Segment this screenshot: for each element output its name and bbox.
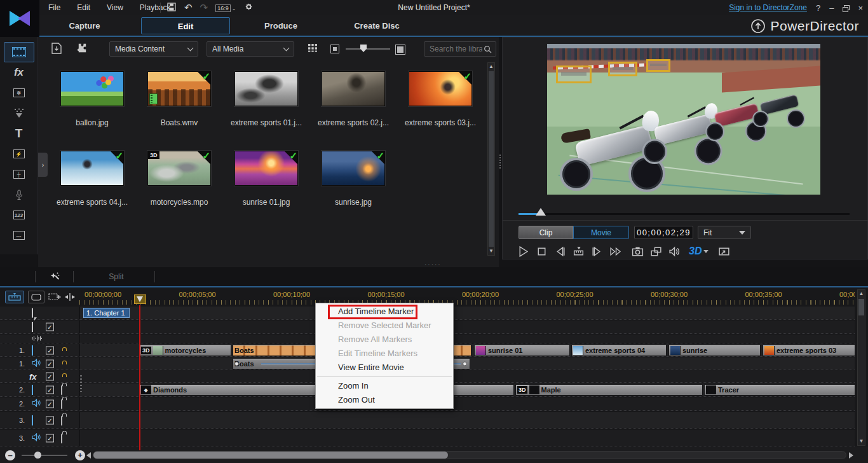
fix-enhance-wand-icon[interactable] (48, 270, 61, 285)
timeline-clip[interactable]: Tracer (704, 384, 855, 396)
zoom-in-button[interactable]: + (75, 450, 85, 460)
menu-item-zoom-in[interactable]: Zoom In (316, 379, 453, 393)
sidebar-item-media-room[interactable] (4, 42, 34, 62)
step-seek-button[interactable] (572, 245, 585, 258)
content-type-dropdown[interactable]: Media Content (109, 41, 198, 57)
media-thumbnail[interactable]: 3D✓ (147, 151, 211, 186)
settings-gear-icon[interactable] (243, 1, 254, 14)
menu-item-view-entire-movie[interactable]: View Entire Movie (316, 361, 453, 375)
media-thumbnail[interactable]: ✓ (409, 71, 472, 106)
scroll-down-icon[interactable]: ▼ (488, 247, 494, 255)
track-enable-checkbox[interactable]: ✓ (46, 400, 54, 408)
zoom-out-button[interactable]: – (5, 450, 15, 460)
undo-icon[interactable]: ↶ (184, 3, 193, 13)
volume-speaker-icon[interactable] (668, 245, 681, 258)
storyboard-view-button[interactable] (28, 291, 44, 303)
scroll-up-icon[interactable]: ▲ (858, 290, 865, 298)
menu-edit[interactable]: Edit (77, 3, 90, 12)
timeline-hscrollbar-thumb[interactable] (93, 452, 448, 459)
track-header-chapter[interactable] (0, 307, 79, 319)
close-button[interactable]: × (858, 4, 863, 12)
timeline-vscrollbar[interactable]: ▲ ▼ (857, 289, 865, 446)
search-input[interactable] (428, 44, 484, 54)
library-scrollbar[interactable]: ▲ ▼ (487, 62, 495, 256)
seek-handle[interactable] (536, 208, 546, 216)
tab-produce[interactable]: Produce (238, 17, 324, 34)
playhead-line[interactable] (139, 305, 140, 450)
track-content-audio1[interactable]: Boats (79, 357, 855, 370)
minimize-button[interactable]: – (829, 4, 834, 12)
track-content-video2[interactable]: ◆Diamonds3DMapleTracer (79, 384, 855, 396)
sidebar-item-particle-room[interactable] (4, 103, 34, 123)
save-icon[interactable] (166, 2, 177, 14)
media-item[interactable]: ✓Boats.wmv (147, 71, 211, 106)
timecode-display[interactable]: 00;00;02;29 (634, 226, 693, 239)
undock-preview-icon[interactable] (649, 245, 663, 258)
scroll-up-icon[interactable]: ▲ (488, 63, 494, 71)
tab-edit[interactable]: Edit (141, 17, 230, 34)
clip-handle[interactable] (234, 362, 239, 366)
scroll-right-icon[interactable] (849, 452, 853, 459)
subtitle-track-checkbox[interactable]: ✓ (46, 323, 54, 331)
track-header-audio3[interactable]: 3.✓ (0, 430, 79, 446)
grid-view-icon[interactable] (308, 43, 318, 55)
sidebar-item-pip-objects-room[interactable]: ✲ (4, 83, 34, 103)
tab-create-disc[interactable]: Create Disc (329, 17, 424, 34)
track-header-subtitle[interactable]: ✓ (0, 321, 79, 333)
media-item[interactable]: ✓sunrise.jpg (322, 151, 385, 186)
timeline-ruler[interactable]: 00;00;00;0000;00;05;0000;00;10;0000;00;1… (79, 289, 855, 305)
panel-resize-dots[interactable]: ····· (424, 263, 444, 266)
play-button[interactable] (517, 245, 530, 258)
movie-mode-button[interactable]: Movie (573, 226, 629, 239)
clip-mode-button[interactable]: Clip (519, 226, 573, 239)
track-content-waveform[interactable] (79, 335, 855, 343)
track-enable-checkbox[interactable]: ✓ (46, 434, 54, 442)
media-thumbnail[interactable] (234, 71, 298, 106)
sidebar-item-voiceover-room[interactable] (4, 184, 34, 205)
timeline-clip[interactable]: sunrise 01 (474, 345, 570, 356)
previous-frame-button[interactable] (553, 245, 567, 258)
track-content-subtitle[interactable] (79, 321, 855, 333)
media-item[interactable]: ✓extreme sports 04.j... (60, 151, 124, 186)
sidebar-item-subtitle-room[interactable]: --- (4, 225, 34, 245)
track-content-fx[interactable] (79, 370, 855, 382)
sidebar-expand-handle[interactable]: › (38, 153, 48, 177)
sidebar-item-title-room[interactable]: T (4, 123, 34, 144)
media-filter-dropdown[interactable]: All Media (207, 41, 294, 57)
track-header-video3[interactable]: 3.✓ (0, 412, 79, 428)
track-header-waveform[interactable] (0, 335, 79, 343)
add-track-button[interactable] (48, 291, 61, 303)
library-search[interactable] (424, 41, 496, 57)
media-thumbnail[interactable]: ✓ (234, 151, 298, 186)
stop-button[interactable] (535, 245, 548, 258)
track-content-audio3[interactable] (79, 430, 855, 446)
fast-forward-button[interactable] (609, 245, 622, 258)
thumbnail-size-slider[interactable] (346, 48, 390, 50)
menu-item-add-timeline-marker[interactable]: Add Timeline Marker (316, 305, 453, 319)
chapter-marker-label[interactable]: 1. Chapter 1 (83, 308, 130, 318)
track-content-video1[interactable]: 3DmotorcyclesBoatssunrise 01extreme spor… (79, 344, 855, 356)
sidebar-item-effect-room[interactable]: fx (4, 62, 34, 83)
zoom-fit-dropdown[interactable]: Fit (698, 226, 751, 239)
media-item[interactable]: extreme sports 01.j... (234, 71, 298, 106)
thumbnail-size-slider-handle[interactable] (360, 45, 367, 52)
media-thumbnail[interactable]: ✓ (60, 151, 124, 186)
track-content-video3[interactable] (79, 412, 855, 428)
media-item[interactable]: 3D✓motorcycles.mpo (147, 151, 211, 186)
restore-button[interactable] (843, 5, 849, 11)
menu-item-zoom-out[interactable]: Zoom Out (316, 393, 453, 407)
aspect-ratio-dropdown[interactable]: 16:9⌄ (215, 3, 236, 12)
track-enable-checkbox[interactable]: ✓ (46, 416, 54, 424)
timeline-clip[interactable]: 3Dmotorcycles (139, 345, 231, 356)
track-header-audio2[interactable]: 2.✓ (0, 397, 79, 410)
track-header-video2[interactable]: 2.✓ (0, 384, 79, 396)
track-enable-checkbox[interactable]: ✓ (46, 346, 54, 354)
track-lock-icon[interactable] (61, 400, 62, 409)
help-button[interactable]: ? (816, 4, 820, 12)
media-item[interactable]: extreme sports 02.j... (322, 71, 385, 106)
clip-handle[interactable] (463, 362, 467, 366)
media-thumbnail[interactable] (60, 71, 124, 106)
media-thumbnail[interactable]: ✓ (322, 151, 385, 186)
next-frame-button[interactable] (590, 245, 604, 258)
timeline-clip[interactable]: 3DMaple (515, 384, 703, 396)
